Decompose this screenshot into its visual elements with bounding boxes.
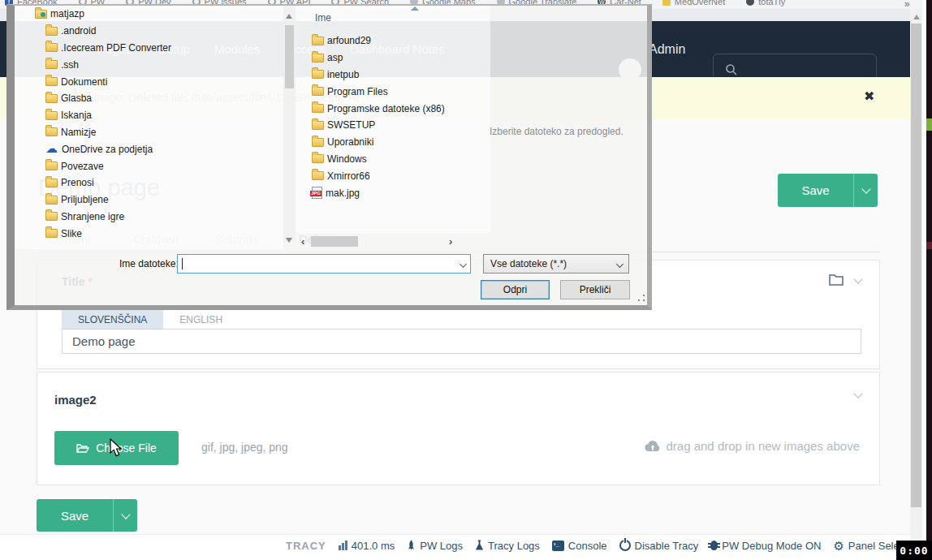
extensions-hint: gif, jpg, jpeg, png xyxy=(201,441,288,454)
tree-item[interactable]: .Icecream PDF Converter xyxy=(15,40,283,57)
file-item-label: Program Files xyxy=(327,86,388,97)
save-label: Save xyxy=(37,499,113,532)
hscroll-left-icon[interactable]: ‹ xyxy=(301,235,304,248)
tree-item[interactable]: matjazp xyxy=(15,6,283,23)
resize-grip[interactable] xyxy=(638,295,645,301)
column-header-name[interactable]: Ime xyxy=(315,12,331,24)
admin-user-label[interactable]: Admin xyxy=(649,21,685,77)
tree-item[interactable]: Prenosi xyxy=(15,174,283,192)
chevron-down-icon[interactable] xyxy=(460,261,467,268)
tracy-previous-request-row: redirect: 334.3 PW Logs Tracy Logs PW De… xyxy=(286,556,661,560)
save-dropdown-toggle[interactable] xyxy=(113,499,137,532)
save-label: Save xyxy=(778,174,853,207)
tree-item[interactable]: .ssh xyxy=(15,56,283,73)
tracy-logo: TRACY xyxy=(286,540,326,552)
file-list-pane: Ime arfound29 asp inetpub xyxy=(296,6,490,233)
tree-item-label: Namizje xyxy=(61,127,96,138)
folder-icon xyxy=(45,77,58,86)
tree-item[interactable]: Glasba xyxy=(15,90,283,107)
filename-label: Ime datoteke: xyxy=(119,258,179,269)
tree-item[interactable]: Shranjene igre xyxy=(15,209,283,226)
tree-item[interactable]: .android xyxy=(15,23,283,40)
background-window-marker xyxy=(926,242,932,249)
tracy-item-debug-mode[interactable]: PW Debug Mode ON xyxy=(710,540,821,552)
folder-icon xyxy=(45,127,58,136)
tracy-item-pw-logs[interactable]: PW Logs xyxy=(407,540,463,552)
file-item[interactable]: arfound29 xyxy=(309,32,445,50)
tracy-item-load-time[interactable]: 401.0 ms xyxy=(339,540,395,552)
globe-icon xyxy=(746,0,754,6)
open-button[interactable]: Odpri xyxy=(481,280,550,299)
file-item-label: Uporabniki xyxy=(327,136,373,148)
browser-scrollbar-thumb[interactable] xyxy=(911,24,921,507)
tree-item[interactable]: Iskanja xyxy=(15,107,283,124)
tree-scrollbar-thumb[interactable] xyxy=(285,25,294,88)
file-item[interactable]: Uporabniki xyxy=(309,134,445,151)
bookmark-medovernet[interactable]: MedOverNet xyxy=(662,0,725,6)
tree-item[interactable]: Slike xyxy=(15,225,283,242)
chevron-down-icon xyxy=(121,510,130,519)
tree-item-label: Iskanja xyxy=(61,110,92,121)
file-icon xyxy=(312,37,324,45)
chevron-down-icon xyxy=(861,184,870,193)
recording-timer: 0:00 xyxy=(896,541,932,560)
tracy-debug-bar: TRACY 401.0 ms PW Logs Tracy Logs Consol… xyxy=(0,534,910,560)
file-item-label: Xmirror66 xyxy=(327,170,370,182)
folder-icon xyxy=(45,179,58,187)
save-button-top[interactable]: Save xyxy=(778,174,878,207)
file-item[interactable]: inetpub xyxy=(309,67,445,84)
file-item[interactable]: Xmirror66 xyxy=(309,167,445,184)
tree-scrollbar[interactable] xyxy=(283,7,296,243)
tracy-item-label: Console xyxy=(568,540,607,552)
filename-input[interactable] xyxy=(177,254,471,274)
title-panel-icons xyxy=(829,274,861,286)
scroll-down-icon[interactable] xyxy=(286,238,292,243)
tree-item-label: Priljubljene xyxy=(61,194,109,205)
mouse-cursor xyxy=(109,438,123,458)
cancel-button[interactable]: Prekliči xyxy=(560,280,630,299)
folder-icon[interactable] xyxy=(829,274,844,286)
file-icon xyxy=(312,70,324,79)
folder-tree-pane: matjazp .android .Icecream PDF Converter… xyxy=(15,6,283,249)
file-item[interactable]: SWSETUP xyxy=(309,117,445,134)
image-field-label: image2 xyxy=(54,393,97,407)
language-tab-slovenscina[interactable]: SLOVENŠČINA xyxy=(62,310,163,329)
file-item[interactable]: Program Files xyxy=(309,83,445,100)
file-item[interactable]: mak.jpg xyxy=(309,184,445,201)
language-tab-english[interactable]: ENGLISH xyxy=(163,310,239,329)
tree-item-label: matjazp xyxy=(50,8,84,19)
tree-item[interactable]: Povezave xyxy=(15,157,283,174)
tracy-item-disable-tracy[interactable]: Disable Tracy xyxy=(619,540,699,552)
tracy-item-label: Disable Tracy xyxy=(635,540,699,552)
file-item-label: mak.jpg xyxy=(326,187,360,199)
close-icon[interactable]: ✖ xyxy=(864,88,874,104)
bug-icon xyxy=(710,541,718,550)
file-item[interactable]: asp xyxy=(309,50,445,67)
tree-item[interactable]: Namizje xyxy=(15,124,283,141)
tree-item[interactable]: Priljubljene xyxy=(15,192,283,209)
scroll-up-icon[interactable] xyxy=(286,14,292,19)
folder-icon xyxy=(45,144,58,154)
tree-item[interactable]: Dokumenti xyxy=(15,73,283,90)
file-item[interactable]: Windows xyxy=(309,151,445,168)
tracy-item-tracy-logs[interactable]: Tracy Logs xyxy=(475,540,540,552)
bookmarks-overflow-icon[interactable]: » xyxy=(904,0,910,9)
filetype-value: Vse datoteke (*.*) xyxy=(490,258,567,269)
tracy-item-label: Tracy Logs xyxy=(488,540,540,552)
collapse-chevron-icon[interactable] xyxy=(853,389,862,398)
file-item[interactable]: Programske datoteke (x86) xyxy=(309,100,445,117)
scrollbar-up-arrow-icon[interactable] xyxy=(913,15,920,19)
hscroll-right-icon[interactable]: › xyxy=(449,235,452,248)
tracy-item-console[interactable]: Console xyxy=(552,540,607,552)
title-input[interactable]: Demo page xyxy=(62,329,861,354)
file-icon xyxy=(312,54,324,62)
save-dropdown-toggle[interactable] xyxy=(853,174,878,207)
collapse-chevron-icon[interactable] xyxy=(853,274,862,283)
hscroll-thumb[interactable] xyxy=(311,236,358,247)
folder-icon xyxy=(45,229,58,238)
filetype-select[interactable]: Vse datoteke (*.*) xyxy=(483,254,629,274)
tree-item[interactable]: OneDrive za podjetja xyxy=(15,140,283,157)
save-button-bottom[interactable]: Save xyxy=(37,499,137,532)
bookmark-totatly[interactable]: totaTly xyxy=(746,0,785,6)
folder-open-icon xyxy=(76,443,89,454)
